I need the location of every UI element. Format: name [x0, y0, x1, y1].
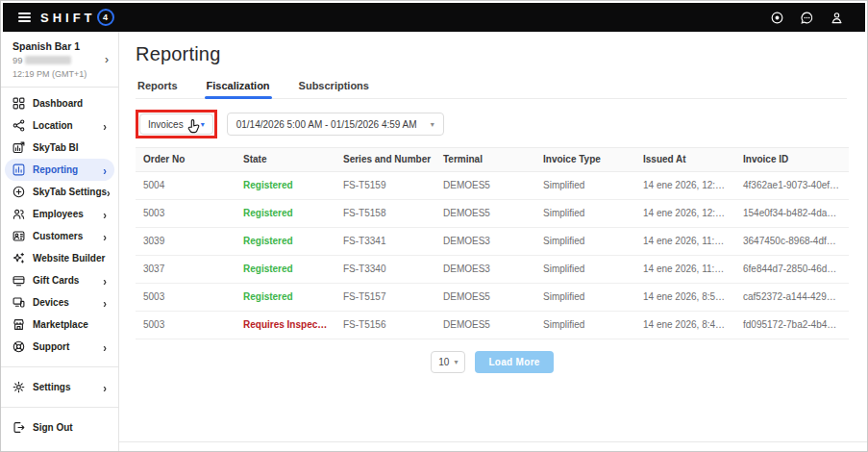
chevron-right-icon: ›	[103, 207, 107, 220]
location-number: 99	[12, 55, 23, 65]
sidebar-item-dashboard[interactable]: Dashboard	[5, 92, 114, 114]
sidebar-item-customers[interactable]: Customers›	[5, 225, 114, 247]
sidebar-item-marketplace[interactable]: Marketplace	[5, 314, 114, 336]
sidebar-item-label: Devices	[33, 297, 69, 308]
employees-icon	[12, 208, 25, 220]
footer-divider	[119, 441, 867, 442]
cell-invoice-type: Simplified	[535, 284, 635, 311]
table-row[interactable]: 5003RegisteredFS-T5158DEMOES5Simplified1…	[136, 200, 849, 228]
date-range-value: 01/14/2026 5:00 AM - 01/15/2026 4:59 AM	[236, 119, 417, 130]
sidebar-item-sign-out[interactable]: Sign Out	[5, 416, 114, 439]
page-size-select[interactable]: 10 ▾	[431, 351, 465, 373]
sidebar-divider	[1, 366, 118, 367]
cell-terminal: DEMOES5	[435, 284, 535, 311]
cell-terminal: DEMOES3	[435, 256, 535, 283]
table-row[interactable]: 5004RegisteredFS-T5159DEMOES5Simplified1…	[136, 172, 849, 200]
report-type-dropdown[interactable]: Invoices ▾	[139, 113, 213, 135]
tab-fiscalization[interactable]: Fiscalization	[205, 74, 272, 98]
logo-badge-4: 4	[97, 9, 114, 26]
date-range-dropdown[interactable]: 01/14/2026 5:00 AM - 01/15/2026 4:59 AM …	[227, 113, 444, 136]
sidebar-item-label: SkyTab Settings	[33, 187, 107, 197]
sidebar-item-label: Support	[33, 341, 69, 352]
cell-state: Registered	[236, 284, 335, 311]
dashboard-icon	[12, 97, 25, 110]
menu-icon[interactable]	[18, 13, 31, 22]
cell-invoice-id: 154e0f34-b482-4dac-af...	[735, 200, 849, 227]
sidebar-item-label: Customers	[33, 231, 83, 241]
cell-terminal: DEMOES5	[435, 200, 535, 227]
table-row[interactable]: 5003Requires InspectionFS-T5156DEMOES5Si…	[136, 312, 849, 339]
devices-icon	[12, 296, 25, 309]
location-selector[interactable]: Spanish Bar 1 99 › 12:19 PM (GMT+1)	[1, 32, 118, 88]
page-size-value: 10	[438, 357, 449, 367]
main-content: Reporting ReportsFiscalizationSubscripti…	[119, 32, 867, 452]
table-row[interactable]: 3037RegisteredFS-T3340DEMOES3Simplified1…	[136, 256, 849, 284]
cell-invoice-type: Simplified	[535, 312, 635, 339]
sidebar-item-gift-cards[interactable]: Gift Cards›	[5, 269, 114, 291]
chevron-right-icon: ›	[103, 163, 107, 176]
cell-series: FS-T5156	[335, 312, 435, 339]
cell-invoice-id: 4f362ae1-9073-40ef-a0...	[735, 172, 849, 199]
sidebar-item-label: SkyTab BI	[33, 142, 79, 153]
account-icon[interactable]	[830, 11, 844, 25]
skytab-settings-icon	[12, 186, 25, 198]
cell-issued-at: 14 ene 2026, 11:52:29	[635, 228, 735, 255]
cell-order-no: 3037	[136, 256, 236, 283]
sidebar-item-skytab-settings[interactable]: SkyTab Settings›	[5, 181, 114, 203]
sidebar-nav: DashboardLocation›SkyTab BIReporting›Sky…	[1, 88, 118, 439]
cell-state: Registered	[236, 172, 335, 199]
column-header-issued-at: Issued At	[635, 148, 735, 171]
sidebar-item-label: Employees	[33, 209, 84, 219]
sidebar-item-settings[interactable]: Settings›	[5, 376, 114, 398]
cell-series: FS-T5158	[335, 200, 435, 227]
page-title: Reporting	[136, 43, 867, 65]
sidebar-item-label: Location	[33, 120, 73, 131]
sidebar-item-support[interactable]: Support›	[5, 336, 114, 358]
sidebar-item-location[interactable]: Location›	[5, 114, 114, 137]
location-time: 12:19 PM (GMT+1)	[12, 69, 109, 79]
sidebar-item-reporting[interactable]: Reporting›	[5, 159, 114, 181]
table-header: Order NoStateSeries and NumberTerminalIn…	[136, 147, 849, 172]
load-more-button[interactable]: Load More	[475, 351, 553, 373]
column-header-series-and-number: Series and Number	[335, 148, 435, 171]
tab-reports[interactable]: Reports	[136, 74, 180, 98]
cell-terminal: DEMOES5	[435, 312, 535, 339]
sidebar-item-devices[interactable]: Devices›	[5, 291, 114, 314]
logo-text: SHIFT	[40, 11, 96, 25]
annotation-box: Invoices ▾	[136, 110, 217, 138]
table-row[interactable]: 5003RegisteredFS-T5157DEMOES5Simplified1…	[136, 284, 849, 312]
sidebar-item-website-builder[interactable]: Website Builder	[5, 247, 114, 269]
table-row[interactable]: 3039RegisteredFS-T3341DEMOES3Simplified1…	[136, 228, 849, 256]
cell-issued-at: 14 ene 2026, 8:43:54	[635, 312, 735, 339]
location-name: Spanish Bar 1	[12, 40, 109, 52]
cell-state: Requires Inspection	[236, 312, 335, 339]
chevron-right-icon: ›	[105, 56, 109, 64]
chevron-right-icon: ›	[107, 185, 111, 198]
cell-series: FS-T5157	[335, 284, 435, 311]
cell-invoice-id: 3647450c-8968-4df8-89...	[735, 228, 849, 255]
sidebar: Spanish Bar 1 99 › 12:19 PM (GMT+1) Dash…	[1, 32, 119, 452]
cell-state: Registered	[236, 256, 335, 283]
sidebar-item-employees[interactable]: Employees›	[5, 203, 114, 225]
customers-icon	[12, 230, 25, 242]
sidebar-divider	[1, 407, 118, 408]
cell-issued-at: 14 ene 2026, 11:03:11	[635, 256, 735, 283]
reporting-icon	[12, 163, 25, 176]
table-body: 5004RegisteredFS-T5159DEMOES5Simplified1…	[136, 172, 849, 339]
cell-invoice-id: caf52372-a144-4299-9b...	[735, 284, 849, 311]
cell-invoice-id: fd095172-7ba2-4b4e-86...	[735, 312, 849, 339]
whats-new-icon[interactable]	[770, 11, 784, 25]
cell-order-no: 3039	[136, 228, 236, 255]
cell-issued-at: 14 ene 2026, 12:14:30	[635, 172, 735, 199]
chat-icon[interactable]	[800, 11, 814, 25]
chevron-right-icon: ›	[103, 339, 107, 353]
sidebar-item-skytab-bi[interactable]: SkyTab BI	[5, 137, 114, 159]
chevron-right-icon: ›	[103, 229, 107, 242]
chevron-down-icon: ▾	[454, 358, 458, 366]
sidebar-item-label: Marketplace	[33, 319, 88, 330]
support-icon	[12, 340, 25, 353]
pagination: 10 ▾ Load More	[136, 351, 849, 373]
tab-subscriptions[interactable]: Subscriptions	[297, 74, 371, 98]
cell-series: FS-T3340	[335, 256, 435, 283]
column-header-state: State	[236, 148, 335, 171]
